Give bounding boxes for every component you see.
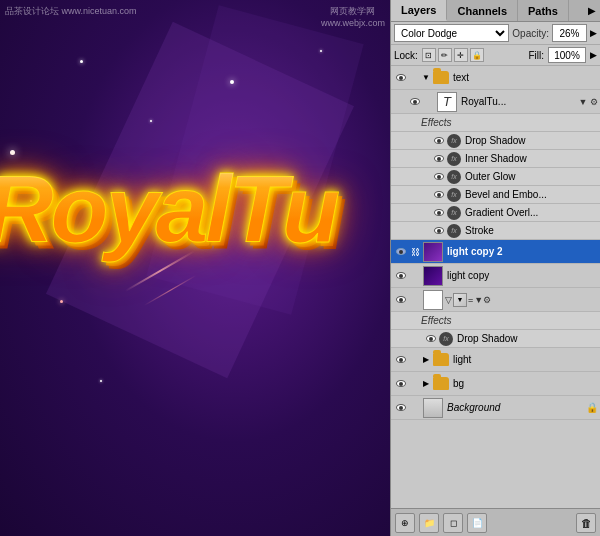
layer-row-text-group[interactable]: ▼ text xyxy=(391,66,600,90)
smart-controls: ▽ ▼ = ▼⚙ xyxy=(445,293,491,307)
layer-row-effects-1: Effects xyxy=(391,114,600,132)
star-3 xyxy=(230,80,234,84)
eye-light-copy-2[interactable] xyxy=(393,244,409,260)
layer-row-drop-shadow-1[interactable]: fx Drop Shadow xyxy=(391,132,600,150)
background-lock-icon: 🔒 xyxy=(586,402,598,413)
layer-name-stroke-1: Stroke xyxy=(463,225,598,236)
effect-icon-gradient-1: fx xyxy=(447,206,461,220)
layer-name-light: light xyxy=(451,354,598,365)
royaltu-badge: ▼ ⚙ xyxy=(579,97,598,107)
fill-input[interactable] xyxy=(548,47,586,63)
eye-inner-shadow-1[interactable] xyxy=(431,151,447,167)
layer-name-background: Background xyxy=(445,402,586,413)
effects-label-1: Effects xyxy=(421,117,452,128)
eye-drop-shadow-2[interactable] xyxy=(423,331,439,347)
fill-arrow[interactable]: ▶ xyxy=(590,50,597,60)
expand-bg-group[interactable]: ▶ xyxy=(421,379,431,389)
layer-row-background[interactable]: Background 🔒 xyxy=(391,396,600,420)
layer-name-inner-shadow-1: Inner Shadow xyxy=(463,153,598,164)
btn-new-layer[interactable]: 📄 xyxy=(467,513,487,533)
layer-row-bevel-1[interactable]: fx Bevel and Embo... xyxy=(391,186,600,204)
eye-stroke-1[interactable] xyxy=(431,223,447,239)
eye-gradient-1[interactable] xyxy=(431,205,447,221)
star-6 xyxy=(100,380,102,382)
eye-bg-group[interactable] xyxy=(393,376,409,392)
blend-mode-select[interactable]: Color Dodge xyxy=(394,24,509,42)
chain-smart xyxy=(409,292,421,308)
star-1 xyxy=(80,60,83,63)
eye-smart[interactable] xyxy=(393,292,409,308)
opacity-input[interactable] xyxy=(552,24,587,42)
layer-row-bg-group[interactable]: ▶ bg xyxy=(391,372,600,396)
eye-background[interactable] xyxy=(393,400,409,416)
lock-icons: ⊡ ✏ ✛ 🔒 xyxy=(422,48,484,62)
star-8 xyxy=(320,50,322,52)
layer-row-light-copy-2[interactable]: ⛓ light copy 2 xyxy=(391,240,600,264)
canvas: 品茶设计论坛 www.nicetuan.com 网页教学网www.webjx.c… xyxy=(0,0,390,536)
eye-light-group[interactable] xyxy=(393,352,409,368)
layer-row-royaltu[interactable]: T RoyalTu... ▼ ⚙ xyxy=(391,90,600,114)
layer-row-smart[interactable]: ▽ ▼ = ▼⚙ xyxy=(391,288,600,312)
layer-name-bevel-1: Bevel and Embo... xyxy=(463,189,598,200)
bottom-toolbar: ⊕ 📁 ◻ 📄 🗑 xyxy=(391,508,600,536)
layer-row-stroke-1[interactable]: fx Stroke xyxy=(391,222,600,240)
fill-label: Fill: xyxy=(528,50,544,61)
folder-bg-group xyxy=(433,377,449,390)
layer-row-inner-shadow-1[interactable]: fx Inner Shadow xyxy=(391,150,600,168)
btn-fill-style[interactable]: ⊕ xyxy=(395,513,415,533)
lock-fill-row: Lock: ⊡ ✏ ✛ 🔒 Fill: ▶ xyxy=(391,45,600,66)
layer-name-light-copy-1: light copy xyxy=(445,270,598,281)
smart-icon-v: ▽ xyxy=(445,295,452,305)
layer-name-royaltu: RoyalTu... xyxy=(459,96,579,107)
opacity-arrow[interactable]: ▶ xyxy=(590,28,597,38)
lock-move-btn[interactable]: ✛ xyxy=(454,48,468,62)
eye-royaltu[interactable] xyxy=(407,94,423,110)
btn-layer-group[interactable]: 📁 xyxy=(419,513,439,533)
layer-row-light-group[interactable]: ▶ light xyxy=(391,348,600,372)
btn-delete-layer[interactable]: 🗑 xyxy=(576,513,596,533)
tab-layers[interactable]: Layers xyxy=(391,0,447,21)
expand-light-group[interactable]: ▶ xyxy=(421,355,431,365)
panel-arrow[interactable]: ▶ xyxy=(588,5,596,16)
layer-name-bg: bg xyxy=(451,378,598,389)
watermark-right: 网页教学网www.webjx.com xyxy=(321,5,385,28)
layer-row-effects-2: Effects xyxy=(391,312,600,330)
canvas-text-gloss: RoyalTu xyxy=(0,155,337,264)
eye-light-copy-1[interactable] xyxy=(393,268,409,284)
btn-add-mask[interactable]: ◻ xyxy=(443,513,463,533)
eye-text-group[interactable] xyxy=(393,70,409,86)
layer-row-outer-glow-1[interactable]: fx Outer Glow xyxy=(391,168,600,186)
thumb-smart-layer xyxy=(423,290,443,310)
tab-channels[interactable]: Channels xyxy=(447,0,518,21)
eye-outer-glow-1[interactable] xyxy=(431,169,447,185)
tab-paths[interactable]: Paths xyxy=(518,0,569,21)
thumb-light-copy-2 xyxy=(423,242,443,262)
layer-row-drop-shadow-2[interactable]: fx Drop Shadow xyxy=(391,330,600,348)
lock-paint-btn[interactable]: ✏ xyxy=(438,48,452,62)
folder-text-group xyxy=(433,71,449,84)
chain-bg-group xyxy=(409,376,421,392)
effect-icon-inner-shadow-1: fx xyxy=(447,152,461,166)
lock-all-btn[interactable]: 🔒 xyxy=(470,48,484,62)
chain-light-copy-2: ⛓ xyxy=(409,244,421,260)
eye-bevel-1[interactable] xyxy=(431,187,447,203)
layer-name-drop-shadow-1: Drop Shadow xyxy=(463,135,598,146)
lock-transparent-btn[interactable]: ⊡ xyxy=(422,48,436,62)
chain-background xyxy=(409,400,421,416)
layer-row-gradient-1[interactable]: fx Gradient Overl... xyxy=(391,204,600,222)
watermark-left: 品茶设计论坛 www.nicetuan.com xyxy=(5,5,137,18)
effect-icon-outer-glow-1: fx xyxy=(447,170,461,184)
opacity-label: Opacity: xyxy=(512,28,549,39)
layer-name-outer-glow-1: Outer Glow xyxy=(463,171,598,182)
layer-name-gradient-1: Gradient Overl... xyxy=(463,207,598,218)
tabs-row: Layers Channels Paths ▶ xyxy=(391,0,600,22)
layer-row-light-copy-1[interactable]: light copy xyxy=(391,264,600,288)
chain-royaltu xyxy=(423,94,435,110)
eye-drop-shadow-1[interactable] xyxy=(431,133,447,149)
chain-light-copy-1 xyxy=(409,268,421,284)
effect-icon-bevel-1: fx xyxy=(447,188,461,202)
smart-mask: ▼ xyxy=(453,293,467,307)
chain-light-group xyxy=(409,352,421,368)
expand-text-group[interactable]: ▼ xyxy=(421,73,431,83)
effects-label-2: Effects xyxy=(421,315,452,326)
